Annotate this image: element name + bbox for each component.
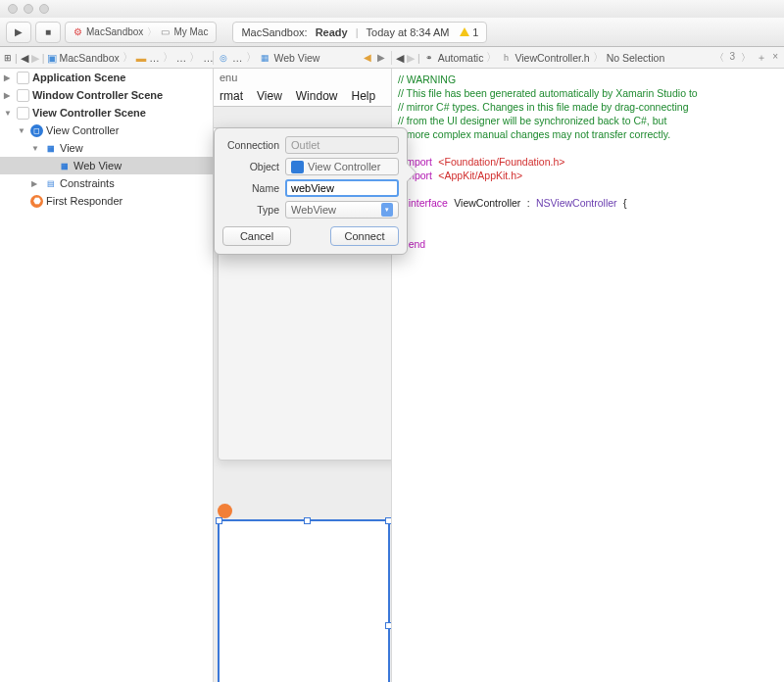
toolbar: ▶ ■ ⚙ MacSandbox 〉 ▭ My Mac MacSandbox: … — [0, 18, 784, 47]
connection-popover: Connection Outlet Object View Controller… — [214, 127, 408, 255]
selected-webview-frame[interactable] — [218, 519, 390, 682]
connection-type-select[interactable]: Outlet — [285, 136, 399, 154]
jump-bar: ⊞ | ◀ ▶ | ▣ MacSandbox 〉 ▬ … 〉 … 〉 … ◎ …… — [0, 47, 784, 69]
jump-project[interactable]: ▣ MacSandbox — [47, 52, 119, 64]
disclosure-triangle-icon[interactable]: ▶ — [4, 73, 14, 82]
disclosure-triangle-icon[interactable]: ▶ — [4, 91, 14, 100]
add-assistant-icon[interactable]: ＋ — [755, 51, 768, 65]
connect-button[interactable]: Connect — [330, 226, 399, 246]
document-outline: ▶Application Scene ▶Window Controller Sc… — [0, 69, 214, 682]
jump-file[interactable]: ViewController.h — [514, 52, 589, 64]
viewcontroller-icon: ◻ — [30, 124, 43, 137]
constraints-icon: ▤ — [44, 177, 57, 190]
counterpart-index: 3 — [728, 51, 738, 65]
related-icon[interactable]: ◎ — [218, 52, 229, 64]
chevron-right-icon: 〉 — [163, 51, 173, 65]
warning-icon — [460, 27, 469, 36]
disclosure-triangle-icon[interactable]: ▼ — [18, 126, 27, 135]
view-icon: ▦ — [44, 142, 57, 155]
name-input[interactable]: webView — [285, 179, 399, 197]
project-icon: ▣ — [47, 52, 57, 64]
status-state: Ready — [316, 26, 348, 38]
linked-icon[interactable]: ⚭ — [423, 52, 435, 64]
view-icon: ▦ — [260, 52, 271, 64]
name-label: Name — [222, 182, 279, 194]
outline-item-web-view[interactable]: ▦Web View — [0, 157, 213, 174]
mac-icon: ▭ — [161, 26, 170, 37]
first-responder-icon: ⬣ — [30, 195, 43, 208]
window-titlebar — [0, 0, 784, 18]
close-window-icon[interactable] — [8, 4, 18, 14]
prev-icon[interactable]: ◀ — [362, 52, 373, 63]
stop-button[interactable]: ■ — [35, 22, 61, 43]
app-icon: ⚙ — [74, 26, 82, 37]
warning-badge[interactable]: 1 — [460, 26, 478, 38]
jump-folder-icon[interactable]: ▬ — [136, 52, 147, 64]
close-assistant-icon[interactable]: × — [770, 51, 780, 65]
scene-icon — [17, 107, 29, 120]
view-icon: ▦ — [58, 160, 71, 172]
disclosure-triangle-icon[interactable]: ▶ — [31, 179, 41, 188]
status-time: Today at 8:34 AM — [367, 26, 450, 38]
nav-forward-icon[interactable]: ▶ — [31, 52, 39, 64]
disclosure-triangle-icon[interactable]: ▼ — [4, 109, 14, 118]
chevron-right-icon: 〉 — [147, 25, 157, 39]
minimize-window-icon[interactable] — [24, 4, 33, 14]
resize-handle-icon[interactable] — [385, 517, 392, 524]
nav-forward-icon[interactable]: ▶ — [407, 52, 415, 64]
scene-icon — [17, 89, 29, 102]
cancel-button[interactable]: Cancel — [222, 226, 291, 246]
type-label: Type — [222, 204, 279, 216]
zoom-window-icon[interactable] — [39, 4, 49, 14]
jump-mode[interactable]: Automatic — [438, 52, 484, 64]
chevron-down-icon: ▾ — [381, 203, 393, 217]
object-field: View Controller — [285, 158, 399, 175]
outline-item-constraints[interactable]: ▶▤Constraints — [0, 174, 213, 192]
nav-back-icon[interactable]: ◀ — [396, 52, 404, 64]
warning-count: 1 — [472, 26, 478, 38]
next-icon[interactable]: ▶ — [375, 52, 387, 63]
outline-item-view-controller[interactable]: ▼◻View Controller — [0, 122, 213, 139]
outline-item-first-responder[interactable]: ⬣First Responder — [0, 192, 213, 210]
nav-back-icon[interactable]: ◀ — [21, 52, 28, 64]
scheme-app-label: MacSandbox — [86, 26, 143, 37]
outline-item-window-controller-scene[interactable]: ▶Window Controller Scene — [0, 86, 213, 104]
scheme-selector[interactable]: ⚙ MacSandbox 〉 ▭ My Mac — [65, 22, 217, 43]
traffic-lights — [8, 4, 49, 14]
menu-item[interactable]: View — [257, 89, 282, 103]
menu-item[interactable]: rmat — [220, 89, 243, 103]
viewcontroller-icon — [291, 161, 304, 173]
outline-item-view[interactable]: ▼▦View — [0, 139, 213, 157]
object-label: Object — [222, 161, 279, 172]
prev-counterpart-icon[interactable]: 〈 — [712, 51, 726, 65]
status-project: MacSandbox: — [241, 26, 307, 38]
scene-dock-icon[interactable] — [218, 504, 232, 518]
run-button[interactable]: ▶ — [6, 22, 31, 43]
menu-bar-preview: enu rmat View Window Help — [214, 69, 391, 107]
jump-bar-canvas: ◎ … 〉 ▦ Web View ◀ ▶ — [214, 51, 392, 65]
status-separator: | — [356, 26, 359, 38]
stop-icon: ■ — [45, 26, 51, 37]
jump-bar-navigator: ⊞ | ◀ ▶ | ▣ MacSandbox 〉 ▬ … 〉 … 〉 … — [0, 51, 214, 65]
scheme-device-label: My Mac — [173, 26, 208, 37]
disclosure-triangle-icon[interactable]: ▼ — [31, 144, 41, 153]
type-combobox[interactable]: WebView▾ — [285, 201, 399, 219]
connection-label: Connection — [222, 139, 279, 151]
outline-item-application-scene[interactable]: ▶Application Scene — [0, 69, 213, 86]
next-counterpart-icon[interactable]: 〉 — [739, 51, 753, 65]
resize-handle-icon[interactable] — [385, 622, 392, 629]
menu-item[interactable]: Help — [351, 89, 375, 103]
menu-item[interactable]: Window — [296, 89, 338, 103]
resize-handle-icon[interactable] — [304, 517, 311, 524]
resize-handle-icon[interactable] — [216, 517, 222, 524]
layout-grid-icon[interactable]: ⊞ — [4, 52, 12, 64]
outline-item-view-controller-scene[interactable]: ▼View Controller Scene — [0, 104, 213, 122]
header-file-icon: h — [500, 52, 512, 64]
chevron-right-icon: 〉 — [122, 51, 133, 65]
scene-icon — [17, 72, 29, 84]
play-icon: ▶ — [15, 26, 23, 37]
source-editor[interactable]: // WARNING // This file has been generat… — [392, 69, 784, 682]
jump-bar-editor: ◀ ▶ | ⚭ Automatic 〉 h ViewController.h 〉… — [392, 51, 784, 65]
jump-selection[interactable]: No Selection — [607, 52, 665, 64]
activity-status: MacSandbox: Ready | Today at 8:34 AM 1 — [232, 22, 487, 43]
